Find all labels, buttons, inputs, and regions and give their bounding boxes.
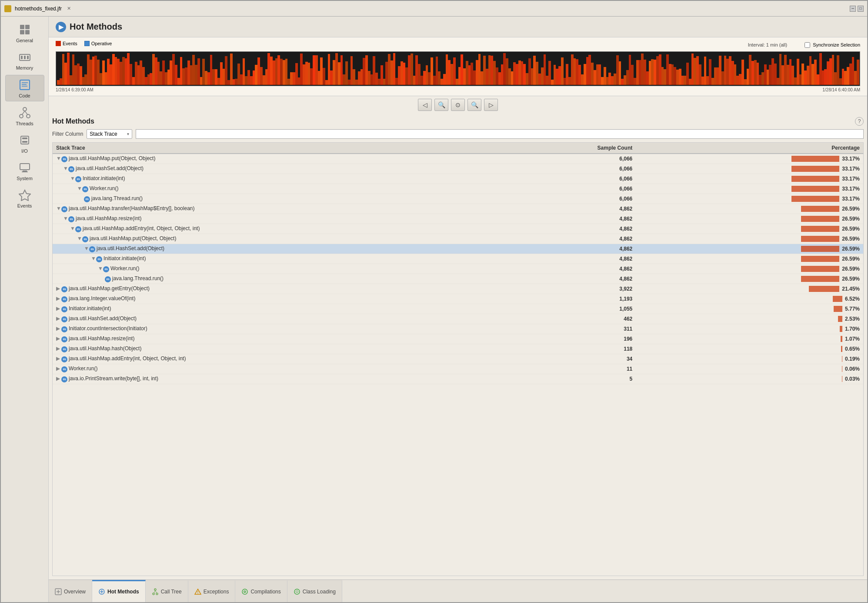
table-row[interactable]: ▶mjava.io.PrintStream.write(byte[], int,…	[53, 374, 863, 384]
stack-trace-cell: ▶mjava.lang.Integer.valueOf(int)	[53, 294, 509, 304]
sidebar-item-memory[interactable]: Memory	[5, 47, 44, 73]
tab-hot-methods[interactable]: Hot Methods	[92, 580, 146, 602]
percentage-cell: 0.03%	[636, 374, 863, 384]
event-chart[interactable]	[56, 51, 860, 86]
svg-rect-8	[20, 80, 30, 90]
table-row[interactable]: ▶mWorker.run()110.06%	[53, 364, 863, 374]
table-row[interactable]: mjava.lang.Thread.run()6,06633.17%	[53, 194, 863, 204]
table-row[interactable]: ▼mWorker.run()6,06633.17%	[53, 184, 863, 194]
percentage-value: 2.53%	[845, 316, 860, 322]
method-name: Worker.run()	[110, 265, 139, 271]
table-row[interactable]: ▼mjava.util.HashMap.addEntry(int, Object…	[53, 224, 863, 234]
page-header-icon: ▶	[56, 22, 66, 32]
svg-rect-5	[21, 56, 23, 59]
stack-trace-cell: ▼mWorker.run()	[53, 264, 509, 274]
sample-count-cell: 6,066	[509, 184, 636, 194]
percentage-bar	[801, 206, 839, 212]
table-row[interactable]: ▼mjava.util.HashSet.add(Object)4,86226.5…	[53, 244, 863, 254]
col-stack-trace[interactable]: Stack Trace	[53, 143, 509, 154]
table-row[interactable]: ▶mjava.util.HashSet.add(Object)4622.53%	[53, 314, 863, 324]
page-header: ▶ Hot Methods	[49, 17, 867, 37]
tab-compilations[interactable]: Compilations	[235, 580, 287, 602]
sidebar-item-general[interactable]: General	[5, 20, 44, 46]
tab-call-tree[interactable]: Call Tree	[146, 580, 188, 602]
table-row[interactable]: ▼mjava.util.HashMap.put(Object, Object)6…	[53, 154, 863, 164]
help-button[interactable]: ?	[855, 117, 864, 126]
percentage-bar	[791, 156, 839, 162]
sample-count-cell: 4,862	[509, 274, 636, 284]
percentage-value: 26.59%	[842, 276, 860, 282]
close-tab-button[interactable]: ✕	[67, 6, 71, 11]
minimize-button[interactable]: ─	[850, 6, 856, 12]
table-row[interactable]: ▼mInitiator.initiate(int)4,86226.59%	[53, 254, 863, 264]
table-row[interactable]: ▶mjava.util.HashMap.hash(Object)1180.65%	[53, 344, 863, 354]
table-row[interactable]: ▼mjava.util.HashSet.add(Object)6,06633.1…	[53, 164, 863, 174]
table-row[interactable]: ▼mjava.util.HashMap.put(Object, Object)4…	[53, 234, 863, 244]
col-sample-count[interactable]: Sample Count	[509, 143, 636, 154]
nav-center-button[interactable]: ⊙	[451, 99, 465, 111]
filter-input[interactable]	[136, 129, 864, 139]
nav-zoom-out-button[interactable]: 🔍	[434, 99, 448, 111]
percentage-cell: 2.53%	[636, 314, 863, 324]
events-icon	[18, 188, 32, 202]
table-row[interactable]: ▼mWorker.run()4,86226.59%	[53, 264, 863, 274]
percentage-cell: 26.59%	[636, 214, 863, 224]
method-icon: m	[61, 296, 67, 302]
method-icon: m	[103, 266, 109, 272]
maximize-button[interactable]: □	[858, 6, 864, 12]
method-name: java.lang.Thread.run()	[112, 275, 164, 281]
method-name: java.lang.Thread.run()	[91, 195, 143, 201]
tab-overview[interactable]: Overview	[49, 580, 92, 602]
method-name: java.util.HashSet.add(Object)	[97, 245, 164, 251]
nav-zoom-in-button[interactable]: 🔍	[467, 99, 481, 111]
method-icon: m	[61, 316, 67, 322]
table-row[interactable]: ▶mjava.lang.Integer.valueOf(int)1,1936.5…	[53, 294, 863, 304]
stack-trace-cell: ▶mjava.util.HashMap.resize(int)	[53, 334, 509, 344]
filter-column-select[interactable]: Stack Trace Sample Count Percentage	[87, 129, 132, 139]
table-row[interactable]: mjava.lang.Thread.run()4,86226.59%	[53, 274, 863, 284]
sidebar-item-system[interactable]: System	[5, 158, 44, 184]
percentage-cell: 33.17%	[636, 194, 863, 204]
percentage-value: 5.77%	[845, 306, 860, 312]
sidebar: General Memory	[1, 17, 49, 602]
percentage-value: 0.65%	[845, 346, 860, 352]
method-name: java.util.HashMap.addEntry(int, Object, …	[69, 355, 186, 362]
tab-class-loading[interactable]: Class Loading	[287, 580, 342, 602]
table-row[interactable]: ▼mjava.util.HashMap.resize(int)4,86226.5…	[53, 214, 863, 224]
method-icon: m	[82, 236, 88, 242]
stack-trace-cell: ▶mInitiator.countIntersection(Initiator)	[53, 324, 509, 334]
stack-trace-cell: ▼mWorker.run()	[53, 184, 509, 194]
hot-methods-section: Hot Methods ? Filter Column Stack Trace …	[49, 114, 867, 580]
col-percentage[interactable]: Percentage	[636, 143, 863, 154]
method-name: java.io.PrintStream.write(byte[], int, i…	[69, 375, 158, 382]
table-row[interactable]: ▼mInitiator.initiate(int)6,06633.17%	[53, 174, 863, 184]
legend-operative: Operative	[84, 41, 112, 46]
percentage-cell: 33.17%	[636, 154, 863, 164]
methods-table-container[interactable]: Stack Trace Sample Count Percentage ▼mja…	[52, 142, 864, 576]
sidebar-item-code[interactable]: Code	[5, 75, 44, 101]
timestamp-end: 1/28/14 6:40:00 AM	[822, 87, 860, 92]
nav-forward-button[interactable]: ▷	[484, 99, 498, 111]
table-row[interactable]: ▼mjava.util.HashMap.transfer(HashMap$Ent…	[53, 204, 863, 214]
table-row[interactable]: ▶mInitiator.initiate(int)1,0555.77%	[53, 304, 863, 314]
percentage-bar	[841, 336, 842, 342]
sample-count-cell: 4,862	[509, 254, 636, 264]
tab-exceptions[interactable]: Exceptions	[188, 580, 236, 602]
tab-hot-methods-label: Hot Methods	[107, 589, 139, 595]
sync-checkbox[interactable]	[805, 42, 810, 48]
table-row[interactable]: ▶mjava.util.HashMap.addEntry(int, Object…	[53, 354, 863, 364]
method-icon: m	[75, 226, 81, 232]
sidebar-item-io[interactable]: I/O	[5, 131, 44, 156]
percentage-cell: 0.65%	[636, 344, 863, 354]
nav-back-button[interactable]: ◁	[418, 99, 432, 111]
io-label: I/O	[21, 148, 28, 154]
sidebar-item-events[interactable]: Events	[5, 185, 44, 211]
table-row[interactable]: ▶mjava.util.HashMap.resize(int)1961.07%	[53, 334, 863, 344]
method-name: java.util.HashMap.resize(int)	[69, 335, 134, 342]
table-row[interactable]: ▶mjava.util.HashMap.getEntry(Object)3,92…	[53, 284, 863, 294]
sidebar-item-threads[interactable]: Threads	[5, 103, 44, 129]
table-row[interactable]: ▶mInitiator.countIntersection(Initiator)…	[53, 324, 863, 334]
svg-point-12	[23, 107, 27, 111]
percentage-bar	[842, 366, 842, 372]
method-name: java.util.HashMap.addEntry(int, Object, …	[83, 225, 200, 231]
